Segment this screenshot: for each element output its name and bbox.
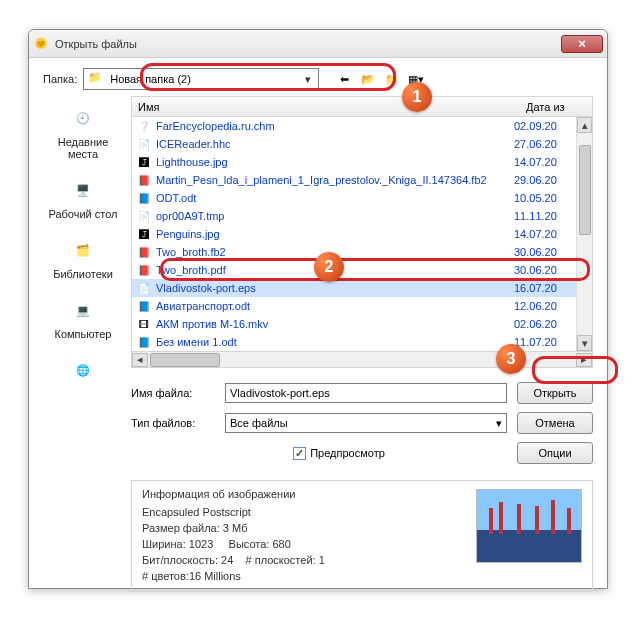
desktop-icon: 🖥️ <box>67 174 99 206</box>
place-recent[interactable]: 🕘 Недавние места <box>43 96 123 166</box>
file-name: Martin_Pesn_lda_i_plameni_1_Igra_prestol… <box>156 174 514 186</box>
places-sidebar: 🕘 Недавние места 🖥️ Рабочий стол 🗂️ Библ… <box>43 96 123 592</box>
file-name: FarEncyclopedia.ru.chm <box>156 120 514 132</box>
file-name: Penguins.jpg <box>156 228 514 240</box>
preview-checkbox[interactable]: ✓ <box>293 447 306 460</box>
file-name: Two_broth.pdf <box>156 264 514 276</box>
file-row[interactable]: 📘Авиатранспорт.odt12.06.20 <box>132 297 576 315</box>
filename-input[interactable] <box>225 383 507 403</box>
file-type-icon: 📄 <box>136 136 152 152</box>
file-row[interactable]: 📄ICEReader.hhc27.06.20 <box>132 135 576 153</box>
scroll-thumb[interactable] <box>579 145 591 235</box>
filetype-select[interactable]: Все файлы ▾ <box>225 413 507 433</box>
horizontal-scrollbar[interactable]: ◂ ▸ <box>131 352 593 368</box>
close-button[interactable]: × <box>561 35 603 53</box>
file-row[interactable]: 📘Без имени 1.odt11.07.20 <box>132 333 576 351</box>
col-name[interactable]: Имя <box>132 101 522 113</box>
file-name: opr00A9T.tmp <box>156 210 514 222</box>
file-row[interactable]: 🅹Penguins.jpg14.07.20 <box>132 225 576 243</box>
file-name: Vladivostok-port.eps <box>156 282 514 294</box>
vertical-scrollbar[interactable]: ▴ ▾ <box>576 117 592 351</box>
chevron-down-icon: ▾ <box>302 73 314 86</box>
new-folder-icon[interactable]: 📁 <box>383 70 401 88</box>
preview-thumbnail <box>476 489 582 563</box>
file-date: 27.06.20 <box>514 138 576 150</box>
titlebar[interactable]: 🌞 Открыть файлы × <box>29 30 607 58</box>
file-row[interactable]: 📕Martin_Pesn_lda_i_plameni_1_Igra_presto… <box>132 171 576 189</box>
cancel-button[interactable]: Отмена <box>517 412 593 434</box>
file-type-icon: 📄 <box>136 280 152 296</box>
file-name: Без имени 1.odt <box>156 336 514 348</box>
file-date: 02.09.20 <box>514 120 576 132</box>
file-row[interactable]: 📕Two_broth.pdf30.06.20 <box>132 261 576 279</box>
folder-name: Новая папка (2) <box>110 73 302 85</box>
file-row[interactable]: 📕Two_broth.fb230.06.20 <box>132 243 576 261</box>
image-info-panel: Информация об изображении Encapsuled Pos… <box>131 480 593 592</box>
network-icon: 🌐 <box>67 354 99 386</box>
file-type-icon: 📘 <box>136 334 152 350</box>
place-desktop[interactable]: 🖥️ Рабочий стол <box>43 168 123 226</box>
scroll-down-icon[interactable]: ▾ <box>577 335 592 351</box>
file-date: 11.11.20 <box>514 210 576 222</box>
file-type-icon: 🅹 <box>136 226 152 242</box>
file-date: 14.07.20 <box>514 228 576 240</box>
place-libraries[interactable]: 🗂️ Библиотеки <box>43 228 123 286</box>
file-row[interactable]: 📄opr00A9T.tmp11.11.20 <box>132 207 576 225</box>
scroll-left-icon[interactable]: ◂ <box>132 353 148 367</box>
computer-icon: 💻 <box>67 294 99 326</box>
up-folder-icon[interactable]: 📂 <box>359 70 377 88</box>
file-name: Lighthouse.jpg <box>156 156 514 168</box>
file-name: АКМ против М-16.mkv <box>156 318 514 330</box>
folder-dropdown[interactable]: 📁 Новая папка (2) ▾ <box>83 68 319 90</box>
file-type-icon: 🎞 <box>136 316 152 332</box>
window-title: Открыть файлы <box>55 38 561 50</box>
recent-icon: 🕘 <box>67 102 99 134</box>
file-row[interactable]: 🎞АКМ против М-16.mkv02.06.20 <box>132 315 576 333</box>
chevron-down-icon: ▾ <box>496 417 502 430</box>
back-icon[interactable]: ⬅ <box>335 70 353 88</box>
file-list-header[interactable]: Имя Дата из <box>131 96 593 116</box>
file-date: 11.07.20 <box>514 336 576 348</box>
view-menu-icon[interactable]: ▦▾ <box>407 70 425 88</box>
folder-icon: 📁 <box>88 71 104 87</box>
file-row[interactable]: ❔FarEncyclopedia.ru.chm02.09.20 <box>132 117 576 135</box>
file-date: 10.05.20 <box>514 192 576 204</box>
options-button[interactable]: Опции <box>517 442 593 464</box>
file-list[interactable]: ❔FarEncyclopedia.ru.chm02.09.20📄ICEReade… <box>131 116 593 352</box>
filetype-label: Тип файлов: <box>131 417 215 429</box>
file-row[interactable]: 📄Vladivostok-port.eps16.07.20 <box>132 279 576 297</box>
scroll-right-icon[interactable]: ▸ <box>576 353 592 367</box>
hscroll-thumb[interactable] <box>150 353 220 367</box>
file-name: ODT.odt <box>156 192 514 204</box>
open-button[interactable]: Открыть <box>517 382 593 404</box>
file-row[interactable]: 🅹Lighthouse.jpg14.07.20 <box>132 153 576 171</box>
file-date: 30.06.20 <box>514 246 576 258</box>
file-name: Авиатранспорт.odt <box>156 300 514 312</box>
scroll-up-icon[interactable]: ▴ <box>577 117 592 133</box>
preview-label: Предпросмотр <box>310 447 385 459</box>
file-date: 29.06.20 <box>514 174 576 186</box>
file-date: 12.06.20 <box>514 300 576 312</box>
file-type-icon: ❔ <box>136 118 152 134</box>
filename-label: Имя файла: <box>131 387 215 399</box>
place-computer[interactable]: 💻 Компьютер <box>43 288 123 346</box>
file-date: 02.06.20 <box>514 318 576 330</box>
libraries-icon: 🗂️ <box>67 234 99 266</box>
file-type-icon: 📘 <box>136 298 152 314</box>
col-date[interactable]: Дата из <box>522 101 592 113</box>
file-row[interactable]: 📘ODT.odt10.05.20 <box>132 189 576 207</box>
file-date: 30.06.20 <box>514 264 576 276</box>
filetype-value: Все файлы <box>230 417 288 429</box>
file-name: Two_broth.fb2 <box>156 246 514 258</box>
file-type-icon: 📄 <box>136 208 152 224</box>
file-type-icon: 📕 <box>136 244 152 260</box>
file-type-icon: 📕 <box>136 172 152 188</box>
file-type-icon: 📘 <box>136 190 152 206</box>
file-date: 16.07.20 <box>514 282 576 294</box>
place-network[interactable]: 🌐 <box>43 348 123 394</box>
file-type-icon: 🅹 <box>136 154 152 170</box>
file-name: ICEReader.hhc <box>156 138 514 150</box>
file-date: 14.07.20 <box>514 156 576 168</box>
app-icon: 🌞 <box>33 36 49 52</box>
info-format: Encapsuled Postscript <box>142 505 460 521</box>
